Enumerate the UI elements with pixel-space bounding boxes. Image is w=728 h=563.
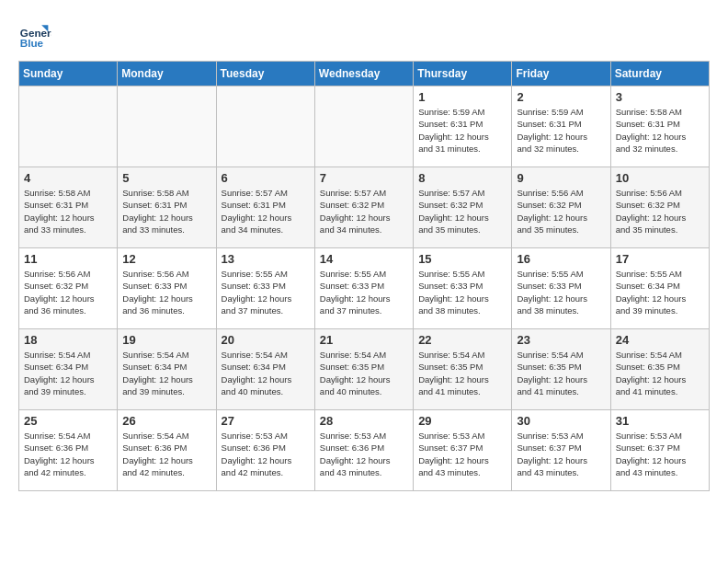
calendar-cell: 16Sunrise: 5:55 AM Sunset: 6:33 PM Dayli…: [512, 248, 610, 329]
col-header-monday: Monday: [118, 62, 216, 86]
day-number: 5: [122, 171, 210, 185]
col-header-wednesday: Wednesday: [314, 62, 413, 86]
week-row-5: 25Sunrise: 5:54 AM Sunset: 6:36 PM Dayli…: [19, 410, 710, 491]
calendar-cell: 19Sunrise: 5:54 AM Sunset: 6:34 PM Dayli…: [118, 329, 216, 410]
calendar-cell: [314, 86, 413, 167]
calendar-cell: 11Sunrise: 5:56 AM Sunset: 6:32 PM Dayli…: [19, 248, 118, 329]
calendar-cell: [19, 86, 118, 167]
week-row-4: 18Sunrise: 5:54 AM Sunset: 6:34 PM Dayli…: [19, 329, 710, 410]
day-number: 8: [418, 171, 506, 185]
calendar-cell: 6Sunrise: 5:57 AM Sunset: 6:31 PM Daylig…: [216, 167, 314, 248]
day-number: 13: [222, 252, 310, 266]
day-info: Sunrise: 5:54 AM Sunset: 6:35 PM Dayligh…: [320, 349, 408, 397]
calendar-cell: 30Sunrise: 5:53 AM Sunset: 6:37 PM Dayli…: [512, 410, 610, 491]
calendar-cell: 23Sunrise: 5:54 AM Sunset: 6:35 PM Dayli…: [512, 329, 610, 410]
day-info: Sunrise: 5:53 AM Sunset: 6:37 PM Dayligh…: [418, 430, 506, 478]
calendar-cell: 13Sunrise: 5:55 AM Sunset: 6:33 PM Dayli…: [216, 248, 314, 329]
col-header-thursday: Thursday: [414, 62, 512, 86]
day-info: Sunrise: 5:57 AM Sunset: 6:32 PM Dayligh…: [320, 187, 408, 236]
day-number: 11: [24, 252, 112, 266]
calendar-cell: 5Sunrise: 5:58 AM Sunset: 6:31 PM Daylig…: [118, 167, 216, 248]
calendar-cell: 3Sunrise: 5:58 AM Sunset: 6:31 PM Daylig…: [610, 86, 709, 167]
day-info: Sunrise: 5:54 AM Sunset: 6:35 PM Dayligh…: [418, 349, 506, 397]
day-number: 7: [320, 171, 408, 185]
calendar-cell: 27Sunrise: 5:53 AM Sunset: 6:36 PM Dayli…: [216, 410, 314, 491]
week-row-3: 11Sunrise: 5:56 AM Sunset: 6:32 PM Dayli…: [19, 248, 710, 329]
week-row-2: 4Sunrise: 5:58 AM Sunset: 6:31 PM Daylig…: [19, 167, 710, 248]
day-info: Sunrise: 5:54 AM Sunset: 6:35 PM Dayligh…: [616, 349, 704, 397]
day-number: 22: [418, 333, 506, 347]
day-info: Sunrise: 5:56 AM Sunset: 6:33 PM Dayligh…: [122, 268, 210, 316]
day-info: Sunrise: 5:55 AM Sunset: 6:33 PM Dayligh…: [517, 268, 605, 316]
day-info: Sunrise: 5:54 AM Sunset: 6:35 PM Dayligh…: [517, 349, 605, 397]
day-number: 24: [616, 333, 704, 347]
day-info: Sunrise: 5:53 AM Sunset: 6:36 PM Dayligh…: [222, 430, 310, 478]
calendar-cell: 7Sunrise: 5:57 AM Sunset: 6:32 PM Daylig…: [314, 167, 413, 248]
day-number: 12: [122, 252, 210, 266]
calendar-cell: 17Sunrise: 5:55 AM Sunset: 6:34 PM Dayli…: [610, 248, 709, 329]
calendar-cell: 28Sunrise: 5:53 AM Sunset: 6:36 PM Dayli…: [314, 410, 413, 491]
day-info: Sunrise: 5:57 AM Sunset: 6:31 PM Dayligh…: [222, 187, 310, 236]
day-info: Sunrise: 5:54 AM Sunset: 6:36 PM Dayligh…: [24, 430, 112, 478]
day-number: 19: [122, 333, 210, 347]
day-info: Sunrise: 5:56 AM Sunset: 6:32 PM Dayligh…: [616, 187, 704, 236]
calendar-cell: 14Sunrise: 5:55 AM Sunset: 6:33 PM Dayli…: [314, 248, 413, 329]
calendar-cell: [118, 86, 216, 167]
day-number: 10: [616, 171, 704, 185]
calendar-cell: 25Sunrise: 5:54 AM Sunset: 6:36 PM Dayli…: [19, 410, 118, 491]
day-number: 16: [517, 252, 605, 266]
day-number: 29: [418, 414, 506, 428]
day-number: 23: [517, 333, 605, 347]
calendar-cell: 26Sunrise: 5:54 AM Sunset: 6:36 PM Dayli…: [118, 410, 216, 491]
day-number: 21: [320, 333, 408, 347]
day-info: Sunrise: 5:58 AM Sunset: 6:31 PM Dayligh…: [616, 106, 704, 155]
day-info: Sunrise: 5:58 AM Sunset: 6:31 PM Dayligh…: [122, 187, 210, 236]
calendar-cell: 22Sunrise: 5:54 AM Sunset: 6:35 PM Dayli…: [414, 329, 512, 410]
logo-icon: General Blue: [18, 18, 51, 52]
calendar-cell: 18Sunrise: 5:54 AM Sunset: 6:34 PM Dayli…: [19, 329, 118, 410]
day-info: Sunrise: 5:54 AM Sunset: 6:36 PM Dayligh…: [122, 430, 210, 478]
day-number: 17: [616, 252, 704, 266]
day-number: 14: [320, 252, 408, 266]
calendar-cell: 4Sunrise: 5:58 AM Sunset: 6:31 PM Daylig…: [19, 167, 118, 248]
day-number: 3: [616, 90, 704, 104]
calendar-cell: 8Sunrise: 5:57 AM Sunset: 6:32 PM Daylig…: [414, 167, 512, 248]
day-number: 6: [222, 171, 310, 185]
day-info: Sunrise: 5:55 AM Sunset: 6:33 PM Dayligh…: [320, 268, 408, 316]
calendar-cell: 21Sunrise: 5:54 AM Sunset: 6:35 PM Dayli…: [314, 329, 413, 410]
logo: General Blue: [18, 18, 51, 52]
day-info: Sunrise: 5:56 AM Sunset: 6:32 PM Dayligh…: [517, 187, 605, 236]
day-info: Sunrise: 5:54 AM Sunset: 6:34 PM Dayligh…: [24, 349, 112, 397]
day-number: 9: [517, 171, 605, 185]
calendar-cell: 2Sunrise: 5:59 AM Sunset: 6:31 PM Daylig…: [512, 86, 610, 167]
day-number: 31: [616, 414, 704, 428]
day-number: 20: [222, 333, 310, 347]
day-number: 27: [222, 414, 310, 428]
day-info: Sunrise: 5:53 AM Sunset: 6:36 PM Dayligh…: [320, 430, 408, 478]
calendar-cell: 29Sunrise: 5:53 AM Sunset: 6:37 PM Dayli…: [414, 410, 512, 491]
calendar-cell: 12Sunrise: 5:56 AM Sunset: 6:33 PM Dayli…: [118, 248, 216, 329]
day-info: Sunrise: 5:59 AM Sunset: 6:31 PM Dayligh…: [418, 106, 506, 155]
col-header-friday: Friday: [512, 62, 610, 86]
day-number: 25: [24, 414, 112, 428]
calendar-cell: [216, 86, 314, 167]
day-info: Sunrise: 5:57 AM Sunset: 6:32 PM Dayligh…: [418, 187, 506, 236]
calendar-cell: 31Sunrise: 5:53 AM Sunset: 6:37 PM Dayli…: [610, 410, 709, 491]
calendar-cell: 24Sunrise: 5:54 AM Sunset: 6:35 PM Dayli…: [610, 329, 709, 410]
col-header-sunday: Sunday: [19, 62, 118, 86]
day-number: 4: [24, 171, 112, 185]
day-number: 1: [418, 90, 506, 104]
page-header: General Blue: [18, 18, 710, 52]
day-info: Sunrise: 5:53 AM Sunset: 6:37 PM Dayligh…: [517, 430, 605, 478]
week-row-1: 1Sunrise: 5:59 AM Sunset: 6:31 PM Daylig…: [19, 86, 710, 167]
day-info: Sunrise: 5:54 AM Sunset: 6:34 PM Dayligh…: [122, 349, 210, 397]
day-number: 26: [122, 414, 210, 428]
calendar-cell: 1Sunrise: 5:59 AM Sunset: 6:31 PM Daylig…: [414, 86, 512, 167]
svg-text:Blue: Blue: [20, 37, 44, 49]
day-number: 15: [418, 252, 506, 266]
calendar-cell: 9Sunrise: 5:56 AM Sunset: 6:32 PM Daylig…: [512, 167, 610, 248]
day-number: 2: [517, 90, 605, 104]
calendar-table: SundayMondayTuesdayWednesdayThursdayFrid…: [18, 61, 710, 491]
day-info: Sunrise: 5:55 AM Sunset: 6:34 PM Dayligh…: [616, 268, 704, 316]
day-info: Sunrise: 5:55 AM Sunset: 6:33 PM Dayligh…: [418, 268, 506, 316]
